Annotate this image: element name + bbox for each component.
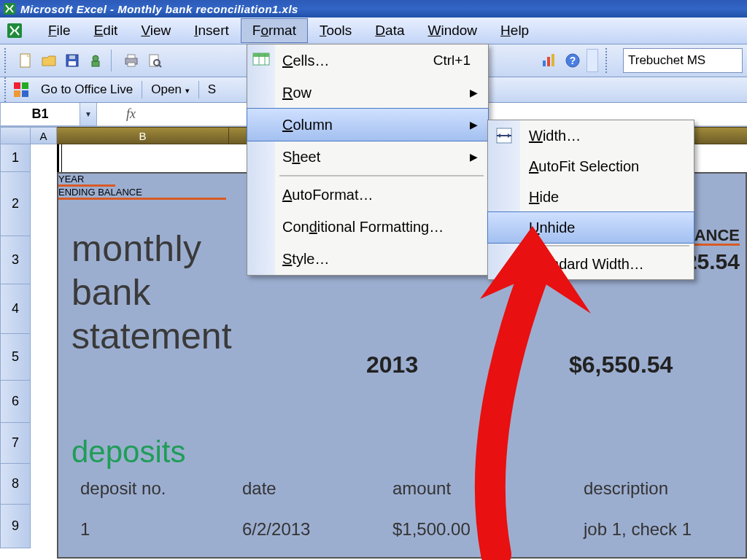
row-headers: 1 2 3 4 5 6 7 8 9 bbox=[0, 144, 31, 559]
toolbar-handle-icon[interactable] bbox=[4, 48, 10, 73]
svg-rect-4 bbox=[69, 61, 76, 66]
print-preview-button[interactable] bbox=[144, 50, 166, 71]
menu-item-label: Conditional Formatting… bbox=[282, 219, 444, 236]
name-box[interactable]: B1 bbox=[0, 103, 80, 126]
menu-item-hide[interactable]: Hide bbox=[488, 182, 694, 212]
year-label: YEAR bbox=[58, 174, 115, 187]
menu-separator bbox=[279, 175, 484, 176]
submenu-arrow-icon: ▶ bbox=[470, 87, 488, 98]
print-button[interactable] bbox=[120, 50, 142, 71]
row-header-4[interactable]: 4 bbox=[0, 284, 31, 334]
svg-point-6 bbox=[93, 55, 98, 61]
column-width-icon bbox=[494, 125, 514, 146]
submenu-arrow-icon: ▶ bbox=[470, 151, 488, 163]
toolbar-overflow-button[interactable] bbox=[587, 49, 598, 72]
ending-balance-value: $6,550.54 bbox=[569, 351, 673, 378]
row-header-6[interactable]: 6 bbox=[0, 381, 31, 423]
menu-file[interactable]: File bbox=[36, 18, 82, 43]
sheet-title-line2: bank bbox=[71, 271, 150, 314]
row-header-7[interactable]: 7 bbox=[0, 423, 31, 464]
col-description: description bbox=[584, 478, 668, 499]
menu-item-style[interactable]: Style… bbox=[247, 243, 488, 275]
menu-item-width[interactable]: Width… bbox=[488, 120, 694, 151]
fx-icon[interactable]: fx bbox=[97, 106, 147, 122]
svg-rect-24 bbox=[253, 53, 269, 57]
menu-help[interactable]: Help bbox=[489, 18, 541, 43]
toolbar-separator bbox=[111, 50, 116, 71]
menu-view[interactable]: View bbox=[129, 18, 182, 43]
menu-item-shortcut: Ctrl+1 bbox=[433, 52, 488, 69]
svg-rect-22 bbox=[22, 90, 28, 97]
menu-item-standard-width[interactable]: Standard Width… bbox=[488, 249, 694, 279]
permission-button[interactable] bbox=[85, 50, 107, 71]
menu-item-autoformat[interactable]: AutoFormat… bbox=[247, 179, 488, 211]
column-submenu: Width… AutoFit Selection Hide Unhide Sta… bbox=[487, 120, 694, 280]
menu-item-label: Standard Width… bbox=[529, 256, 644, 273]
font-name-combo[interactable]: Trebuchet MS bbox=[623, 48, 743, 73]
menu-data[interactable]: Data bbox=[363, 18, 416, 43]
col-header-a[interactable]: A bbox=[31, 127, 57, 144]
menu-window[interactable]: Window bbox=[416, 18, 489, 43]
row-header-1[interactable]: 1 bbox=[0, 144, 31, 172]
svg-rect-19 bbox=[14, 82, 20, 89]
office-live-open-button[interactable]: Open ▾ bbox=[145, 79, 195, 100]
office-logo-icon bbox=[13, 82, 29, 98]
row-header-5[interactable]: 5 bbox=[0, 334, 31, 381]
menu-item-label: AutoFormat… bbox=[282, 187, 374, 203]
menu-tools[interactable]: Tools bbox=[308, 18, 363, 43]
row-header-3[interactable]: 3 bbox=[0, 236, 31, 284]
orange-underline bbox=[689, 244, 740, 246]
menu-item-row[interactable]: Row ▶ bbox=[247, 77, 488, 109]
svg-rect-5 bbox=[69, 55, 75, 59]
svg-rect-9 bbox=[128, 55, 135, 58]
menu-item-conditional-formatting[interactable]: Conditional Formatting… bbox=[247, 211, 488, 243]
menu-format[interactable]: Format bbox=[241, 18, 308, 43]
year-value: 2013 bbox=[366, 351, 418, 378]
separator bbox=[142, 81, 142, 98]
toolbar-handle-icon[interactable] bbox=[4, 77, 10, 102]
submenu-arrow-icon: ▶ bbox=[470, 119, 488, 131]
open-button[interactable] bbox=[38, 50, 60, 71]
cells-icon bbox=[252, 50, 271, 69]
deposits-header: deposits bbox=[71, 435, 185, 470]
col-header-b[interactable]: B bbox=[57, 127, 229, 144]
menu-item-unhide[interactable]: Unhide bbox=[487, 211, 694, 244]
row-header-8[interactable]: 8 bbox=[0, 464, 31, 505]
svg-rect-16 bbox=[551, 54, 554, 66]
help-button[interactable]: ? bbox=[562, 50, 584, 71]
window-title: Microsoft Excel - Monthly bank reconcili… bbox=[20, 3, 298, 15]
menu-item-cells[interactable]: Cells… Ctrl+1 bbox=[247, 44, 488, 77]
name-box-dropdown[interactable]: ▼ bbox=[80, 103, 97, 126]
select-all-button[interactable] bbox=[0, 127, 31, 144]
new-file-button[interactable] bbox=[15, 50, 36, 71]
save-button[interactable] bbox=[61, 50, 83, 71]
title-bar: Microsoft Excel - Monthly bank reconcili… bbox=[0, 0, 747, 18]
row-header-9[interactable]: 9 bbox=[0, 505, 31, 548]
go-to-office-live-button[interactable]: Go to Office Live bbox=[35, 79, 139, 100]
menu-edit[interactable]: Edit bbox=[82, 18, 130, 43]
svg-line-13 bbox=[159, 65, 161, 67]
svg-rect-14 bbox=[543, 61, 546, 66]
menu-item-label: Column bbox=[282, 117, 333, 133]
menu-item-sheet[interactable]: Sheet ▶ bbox=[247, 141, 488, 173]
menu-item-label: Row bbox=[282, 85, 311, 101]
svg-rect-10 bbox=[128, 63, 135, 66]
menu-item-label: AutoFit Selection bbox=[529, 158, 639, 175]
col-deposit-no: deposit no. bbox=[80, 478, 166, 499]
office-live-save-button[interactable]: S bbox=[202, 79, 222, 100]
menu-item-label: Sheet bbox=[282, 149, 320, 166]
menu-insert[interactable]: Insert bbox=[182, 18, 241, 43]
col-amount: amount bbox=[392, 478, 451, 499]
chart-wizard-button[interactable] bbox=[538, 50, 560, 71]
toolbar-handle-icon[interactable] bbox=[605, 48, 611, 73]
row-header-2[interactable]: 2 bbox=[0, 172, 31, 236]
svg-rect-21 bbox=[14, 90, 20, 97]
menu-item-label: Width… bbox=[529, 128, 581, 144]
menu-item-autofit-selection[interactable]: AutoFit Selection bbox=[488, 151, 694, 182]
menu-bar: File Edit View Insert Format Tools Data … bbox=[0, 18, 747, 44]
menu-item-label: Cells… bbox=[282, 52, 329, 69]
menu-item-label: Unhide bbox=[529, 219, 575, 236]
col-date: date bbox=[242, 478, 276, 499]
menu-item-label: Hide bbox=[529, 189, 559, 206]
menu-item-column[interactable]: Column ▶ bbox=[247, 108, 489, 141]
